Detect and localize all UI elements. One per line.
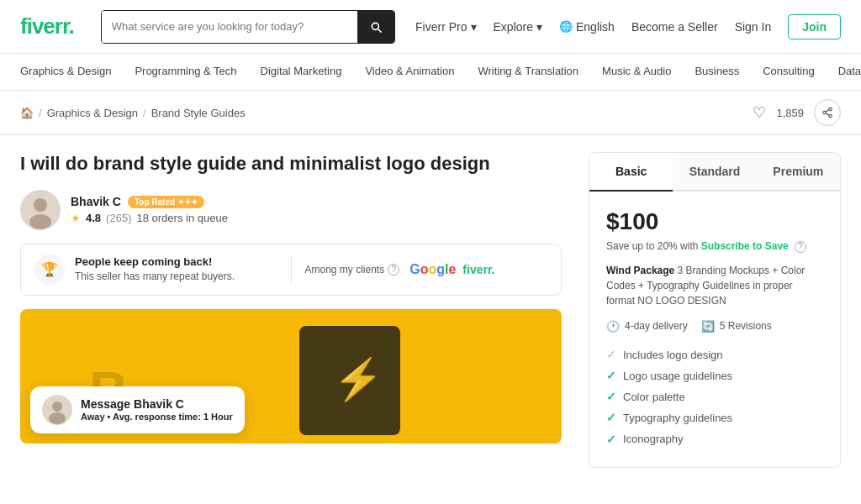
stat-divider xyxy=(291,255,292,285)
home-icon[interactable]: 🏠 xyxy=(20,107,34,119)
save-help-icon[interactable]: ? xyxy=(795,241,806,253)
svg-point-6 xyxy=(34,198,47,212)
refresh-icon: 🔄 xyxy=(701,320,715,333)
clock-icon: 🕐 xyxy=(606,320,620,333)
become-seller-link[interactable]: Become a Seller xyxy=(631,20,718,34)
feature-logo-design: ✓ Includes logo design xyxy=(606,344,823,365)
left-column: I will do brand style guide and minimali… xyxy=(20,152,562,468)
check-icon-iconography: ✓ xyxy=(606,429,616,450)
svg-line-3 xyxy=(826,113,829,115)
client-logos: Google fiverr. xyxy=(409,262,494,277)
pricing-body: $100 Save up to 20% with Subscribe to Sa… xyxy=(589,192,840,467)
like-button[interactable]: ♡ xyxy=(753,103,766,122)
feature-logo-guidelines: ✓ Logo usage guidelines xyxy=(606,365,823,386)
search-input[interactable] xyxy=(102,11,357,43)
explore-link[interactable]: Explore ▾ xyxy=(494,20,542,34)
share-button[interactable] xyxy=(814,99,841,126)
clients-help-icon[interactable]: ? xyxy=(388,264,399,276)
seller-info: Bhavik C Top Rated ✦✦✦ ★ 4.8 (265) 18 or… xyxy=(71,195,228,224)
cat-video-animation[interactable]: Video & Animation xyxy=(353,54,466,91)
feature-label: Logo usage guidelines xyxy=(623,366,732,386)
breadcrumb-subcategory: Brand Style Guides xyxy=(151,107,246,119)
package-description: Wind Package 3 Branding Mockups + Color … xyxy=(606,263,823,308)
tab-basic[interactable]: Basic xyxy=(589,153,673,192)
cat-consulting[interactable]: Consulting xyxy=(751,54,826,91)
tab-standard[interactable]: Standard xyxy=(673,153,756,192)
top-rated-badge: Top Rated ✦✦✦ xyxy=(128,196,204,208)
tab-premium[interactable]: Premium xyxy=(757,153,840,192)
svg-point-13 xyxy=(52,402,62,412)
gig-title: I will do brand style guide and minimali… xyxy=(20,152,562,176)
svg-point-14 xyxy=(49,412,66,424)
feature-label: Color palette xyxy=(623,387,685,407)
stats-bar: 🏆 People keep coming back! This seller h… xyxy=(20,244,562,296)
category-nav: Graphics & Design Programming & Tech Dig… xyxy=(0,54,861,91)
cat-music-audio[interactable]: Music & Audio xyxy=(590,54,683,91)
chat-avatar xyxy=(42,395,72,425)
right-column: Basic Standard Premium $100 Save up to 2… xyxy=(589,152,841,468)
search-button[interactable] xyxy=(357,11,394,43)
chat-name: Message Bhavik C xyxy=(81,397,233,411)
search-bar xyxy=(101,10,395,44)
gig-image: ⚡ B Message Bhavik C Away xyxy=(20,309,562,444)
feature-label: Typography guidelines xyxy=(623,408,732,428)
fiverr-client-logo: fiverr. xyxy=(462,263,494,276)
header: fiverr. Fiverr Pro ▾ Explore ▾ English B… xyxy=(0,0,861,54)
svg-text:⚡: ⚡ xyxy=(333,355,383,403)
feature-label: Includes logo design xyxy=(623,345,723,365)
cat-digital-marketing[interactable]: Digital Marketing xyxy=(249,54,354,91)
repeat-buyers-stat: 🏆 People keep coming back! This seller h… xyxy=(34,255,277,285)
seller-name-row: Bhavik C Top Rated ✦✦✦ xyxy=(71,195,228,208)
fiverr-pro-link[interactable]: Fiverr Pro ▾ xyxy=(415,20,476,34)
cat-writing-translation[interactable]: Writing & Translation xyxy=(466,54,590,91)
clients-label: Among my clients ? xyxy=(305,264,400,276)
feature-iconography: ✓ Iconography xyxy=(606,429,823,450)
cat-graphics-design[interactable]: Graphics & Design xyxy=(20,54,123,91)
chat-bubble[interactable]: Message Bhavik C Away • Avg. response ti… xyxy=(30,386,245,433)
svg-point-7 xyxy=(29,214,51,229)
header-nav: Fiverr Pro ▾ Explore ▾ English Become a … xyxy=(415,14,841,39)
language-link[interactable]: English xyxy=(559,20,615,34)
orders-queue: 18 orders in queue xyxy=(136,212,227,224)
seller-avatar xyxy=(20,190,61,230)
breadcrumb-sep2: / xyxy=(143,107,146,119)
delivery-days: 🕐 4-day delivery xyxy=(606,320,688,333)
check-icon-typography: ✓ xyxy=(606,407,616,428)
breadcrumb: 🏠 / Graphics & Design / Brand Style Guid… xyxy=(20,107,246,119)
breadcrumb-actions: ♡ 1,859 xyxy=(753,99,841,126)
seller-name[interactable]: Bhavik C xyxy=(71,195,121,208)
chat-text: Message Bhavik C Away • Avg. response ti… xyxy=(81,397,233,422)
cat-business[interactable]: Business xyxy=(683,54,751,91)
price-display: $100 xyxy=(606,208,823,235)
repeat-buyers-icon: 🏆 xyxy=(34,255,65,285)
clients-section: Among my clients ? Google fiverr. xyxy=(305,255,548,285)
revisions: 🔄 5 Revisions xyxy=(701,320,772,333)
fiverr-logo: fiverr. xyxy=(20,13,74,39)
save-text: Save up to 20% with Subscribe to Save ? xyxy=(606,240,823,253)
google-logo: Google xyxy=(409,262,456,277)
cat-programming-tech[interactable]: Programming & Tech xyxy=(123,54,248,91)
breadcrumb-category[interactable]: Graphics & Design xyxy=(47,107,138,119)
check-icon-logo: ✓ xyxy=(606,344,616,365)
svg-line-4 xyxy=(826,110,829,112)
rating-row: ★ 4.8 (265) 18 orders in queue xyxy=(71,212,228,224)
subscribe-link[interactable]: Subscribe to Save xyxy=(701,240,789,252)
features-list: ✓ Includes logo design ✓ Logo usage guid… xyxy=(606,344,823,450)
repeat-buyers-text: People keep coming back! This seller has… xyxy=(75,255,235,284)
cat-data[interactable]: Data xyxy=(827,54,861,91)
feature-typography: ✓ Typography guidelines xyxy=(606,407,823,428)
sign-in-link[interactable]: Sign In xyxy=(735,20,772,34)
pricing-tabs: Basic Standard Premium xyxy=(589,153,840,192)
seller-row: Bhavik C Top Rated ✦✦✦ ★ 4.8 (265) 18 or… xyxy=(20,190,562,230)
response-time: 1 Hour xyxy=(203,412,233,422)
star-icon: ★ xyxy=(71,212,81,224)
feature-color-palette: ✓ Color palette xyxy=(606,386,823,407)
check-icon-color: ✓ xyxy=(606,386,616,407)
breadcrumb-sep1: / xyxy=(39,107,42,119)
feature-label: Iconography xyxy=(623,429,684,449)
join-button[interactable]: Join xyxy=(788,14,841,39)
likes-count: 1,859 xyxy=(776,107,804,119)
check-icon-guidelines: ✓ xyxy=(606,365,616,386)
rating-value: 4.8 xyxy=(86,212,101,224)
breadcrumb-bar: 🏠 / Graphics & Design / Brand Style Guid… xyxy=(0,91,861,135)
